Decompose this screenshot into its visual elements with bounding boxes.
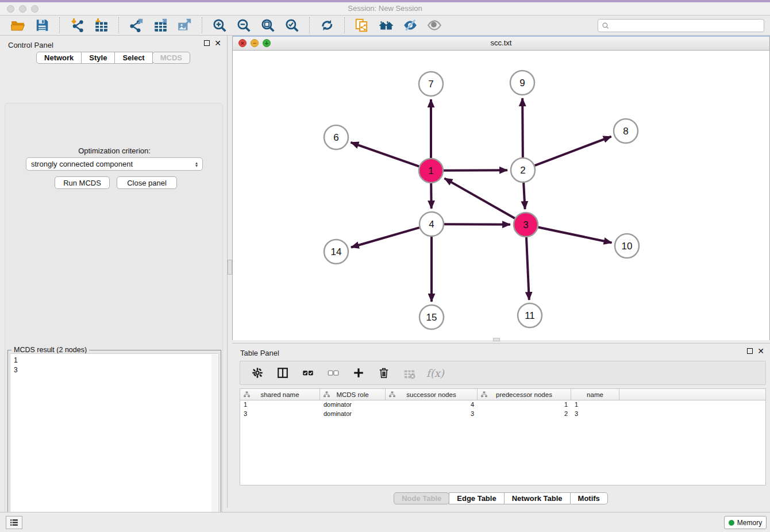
graph-node-14[interactable]: 14 [324, 240, 348, 264]
graph-node-8[interactable]: 8 [614, 119, 638, 143]
open-file-icon[interactable] [9, 17, 26, 34]
zoom-window-button[interactable] [31, 5, 38, 13]
tab-mcds[interactable]: MCDS [152, 52, 190, 64]
graph-node-11[interactable]: 11 [518, 303, 542, 327]
export-image-icon[interactable] [176, 17, 193, 34]
tab-network[interactable]: Network [36, 52, 82, 64]
graph-node-3[interactable]: 3 [514, 213, 538, 237]
cell-successor-nodes[interactable]: 3 [386, 410, 478, 419]
network-window-titlebar[interactable]: × − + scc.txt [233, 37, 769, 51]
split-panel-icon[interactable] [274, 364, 291, 381]
network-maximize-button[interactable]: + [263, 39, 271, 47]
export-network-icon[interactable] [128, 17, 145, 34]
edge-3-1[interactable] [444, 178, 514, 218]
delete-column-icon[interactable] [375, 364, 392, 381]
duplicate-network-icon[interactable] [353, 17, 371, 34]
horizontal-splitter-handle[interactable] [493, 338, 500, 341]
zoom-fit-icon[interactable] [259, 17, 276, 34]
network-canvas[interactable]: 7968124314101511 [233, 51, 769, 340]
graph-node-7[interactable]: 7 [419, 72, 443, 96]
cell-MCDS-role[interactable]: dominator [320, 400, 386, 410]
memory-button[interactable]: Memory [724, 516, 767, 529]
export-table-icon[interactable] [152, 17, 169, 34]
first-neighbors-icon[interactable] [378, 17, 395, 34]
zoom-out-icon[interactable] [235, 17, 252, 34]
table-panel-title: Table Panel [240, 349, 279, 357]
edge-2-8[interactable] [535, 137, 611, 166]
float-table-panel-icon[interactable] [747, 348, 753, 354]
show-all-icon[interactable] [426, 17, 443, 34]
tab-select[interactable]: Select [114, 52, 152, 64]
node-table: shared nameMCDS rolesuccessor nodesprede… [240, 388, 766, 485]
cell-successor-nodes[interactable]: 4 [386, 400, 478, 410]
delete-table-icon[interactable] [401, 364, 418, 381]
edge-2-3[interactable] [523, 183, 525, 209]
mcds-result-area[interactable]: 1 3 [10, 353, 219, 532]
network-minimize-button[interactable]: − [251, 39, 259, 47]
memory-label: Memory [737, 519, 762, 527]
graph-node-4[interactable]: 4 [419, 212, 444, 236]
graph-node-1[interactable]: 1 [419, 159, 443, 183]
column-header-predecessor-nodes[interactable]: predecessor nodes [478, 389, 571, 400]
refresh-layout-icon[interactable] [318, 17, 336, 34]
cell-shared-name[interactable]: 1 [240, 400, 320, 410]
graph-node-10[interactable]: 10 [615, 234, 639, 258]
table-header-row: shared nameMCDS rolesuccessor nodesprede… [240, 389, 765, 400]
task-history-button[interactable] [6, 516, 22, 529]
edge-1-6[interactable] [351, 142, 419, 167]
close-panel-button[interactable]: Close panel [117, 176, 177, 189]
edge-3-10[interactable] [538, 228, 612, 243]
add-column-icon[interactable] [350, 364, 367, 381]
run-mcds-button[interactable]: Run MCDS [55, 176, 110, 189]
column-header-shared-name[interactable]: shared name [240, 389, 320, 400]
optimization-dropdown[interactable]: strongly connected component ▴▾ [26, 157, 203, 171]
select-all-rows-icon[interactable] [299, 364, 317, 381]
cell-name[interactable]: 3 [571, 410, 619, 419]
edge-3-11[interactable] [526, 237, 529, 300]
edge-1-2[interactable] [444, 170, 507, 171]
edge-4-14[interactable] [351, 228, 419, 247]
panel-splitter-handle[interactable] [228, 260, 232, 275]
table-tab-node-table[interactable]: Node Table [394, 492, 449, 504]
table-tab-network-table[interactable]: Network Table [504, 492, 571, 504]
tab-style[interactable]: Style [81, 52, 115, 64]
graph-node-2[interactable]: 2 [511, 158, 535, 182]
function-builder-icon[interactable]: f(x) [426, 367, 444, 379]
zoom-selected-icon[interactable] [283, 17, 301, 34]
graph-node-6[interactable]: 6 [324, 125, 348, 149]
edge-4-3[interactable] [444, 224, 510, 225]
network-close-button[interactable]: × [238, 39, 247, 47]
column-header-name[interactable]: name [571, 389, 619, 400]
edge-2-9[interactable] [522, 98, 523, 157]
hide-selected-icon[interactable] [402, 17, 419, 34]
table-tab-motifs[interactable]: Motifs [570, 492, 608, 504]
cell-name[interactable]: 1 [571, 400, 619, 410]
node-label: 1 [428, 165, 433, 176]
save-session-icon[interactable] [33, 17, 51, 34]
minimize-window-button[interactable] [19, 5, 26, 13]
table-tab-edge-table[interactable]: Edge Table [449, 492, 504, 504]
table-row[interactable]: 1dominator411 [240, 400, 765, 410]
mcds-result-group: MCDS result (2 nodes) 1 3 [7, 350, 221, 532]
column-header-successor-nodes[interactable]: successor nodes [386, 389, 478, 400]
table-row[interactable]: 3dominator323 [240, 410, 765, 419]
close-window-button[interactable] [7, 5, 14, 13]
deselect-all-rows-icon[interactable] [325, 364, 342, 381]
cell-MCDS-role[interactable]: dominator [320, 410, 386, 419]
cell-predecessor-nodes[interactable]: 1 [478, 400, 571, 410]
graph-node-15[interactable]: 15 [419, 305, 444, 329]
float-panel-icon[interactable] [204, 40, 210, 46]
cell-shared-name[interactable]: 3 [240, 410, 320, 419]
search-box [598, 19, 764, 32]
close-table-panel-icon[interactable]: ✕ [757, 348, 764, 354]
zoom-in-icon[interactable] [211, 17, 228, 34]
column-header-MCDS-role[interactable]: MCDS role [320, 389, 386, 400]
cell-predecessor-nodes[interactable]: 2 [478, 410, 571, 419]
graph-node-9[interactable]: 9 [510, 71, 534, 95]
search-input[interactable] [610, 20, 764, 32]
import-table-icon[interactable] [93, 17, 110, 34]
import-network-icon[interactable] [68, 17, 86, 34]
close-panel-icon[interactable]: ✕ [214, 40, 221, 46]
result-scrollbar[interactable] [211, 354, 218, 532]
table-settings-icon[interactable] [249, 364, 266, 381]
